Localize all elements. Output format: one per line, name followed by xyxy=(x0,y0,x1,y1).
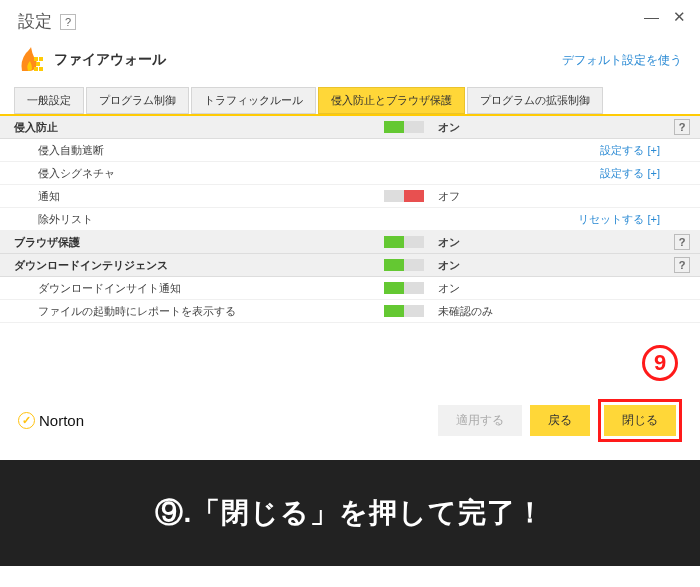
row-signatures: 侵入シグネチャ 設定する [+] xyxy=(0,162,700,185)
svg-rect-0 xyxy=(34,57,38,61)
status-text: オン xyxy=(424,235,666,250)
check-icon xyxy=(18,412,35,429)
help-icon[interactable]: ? xyxy=(674,119,690,135)
status-text: オン xyxy=(424,281,666,296)
toggle-download[interactable] xyxy=(384,259,424,271)
help-icon[interactable]: ? xyxy=(674,234,690,250)
close-button-highlight: 閉じる xyxy=(598,399,682,442)
toggle-notifications[interactable] xyxy=(384,190,424,202)
row-exclusions: 除外リスト リセットする [+] xyxy=(0,208,700,231)
row-label: 通知 xyxy=(14,189,374,204)
svg-rect-1 xyxy=(39,57,43,61)
help-icon[interactable]: ? xyxy=(674,257,690,273)
tab-general[interactable]: 一般設定 xyxy=(14,87,84,114)
tab-traffic-rules[interactable]: トラフィックルール xyxy=(191,87,316,114)
status-text: 未確認のみ xyxy=(424,304,666,319)
spacer xyxy=(0,323,700,383)
titlebar: 設定 ? — ✕ xyxy=(0,0,700,39)
section-intrusion: 侵入防止 オン ? xyxy=(0,116,700,139)
configure-link[interactable]: 設定する [+] xyxy=(600,166,666,181)
settings-list: 侵入防止 オン ? 侵入自動遮断 設定する [+] 侵入シグネチャ 設定する [… xyxy=(0,116,700,323)
row-label: 侵入自動遮断 xyxy=(14,143,374,158)
footer: 9 Norton 適用する 戻る 閉じる xyxy=(0,383,700,460)
reset-link[interactable]: リセットする [+] xyxy=(578,212,666,227)
brand-text: Norton xyxy=(39,412,84,429)
norton-logo: Norton xyxy=(18,412,84,429)
settings-window: 設定 ? — ✕ ファイアウォール デフォルト設定を使う 一般設定 プログラム制… xyxy=(0,0,700,460)
toggle-intrusion[interactable] xyxy=(384,121,424,133)
window-title: 設定 xyxy=(18,10,52,33)
firewall-icon xyxy=(18,47,44,73)
apply-button[interactable]: 適用する xyxy=(438,405,522,436)
row-label: ファイルの起動時にレポートを表示する xyxy=(14,304,374,319)
row-download-insight: ダウンロードインサイト通知 オン xyxy=(0,277,700,300)
status-text: オン xyxy=(424,120,666,135)
section-label: ブラウザ保護 xyxy=(14,235,374,250)
close-icon[interactable]: ✕ xyxy=(673,8,686,26)
row-auto-block: 侵入自動遮断 設定する [+] xyxy=(0,139,700,162)
section-title: ファイアウォール xyxy=(54,51,166,69)
close-button[interactable]: 閉じる xyxy=(604,405,676,436)
row-file-report: ファイルの起動時にレポートを表示する 未確認のみ xyxy=(0,300,700,323)
toggle-download-insight[interactable] xyxy=(384,282,424,294)
svg-rect-2 xyxy=(36,62,40,66)
help-icon[interactable]: ? xyxy=(60,14,76,30)
tab-bar: 一般設定 プログラム制御 トラフィックルール 侵入防止とブラウザ保護 プログラム… xyxy=(0,87,700,116)
configure-link[interactable]: 設定する [+] xyxy=(600,143,666,158)
toggle-browser[interactable] xyxy=(384,236,424,248)
tab-program-extended[interactable]: プログラムの拡張制御 xyxy=(467,87,603,114)
back-button[interactable]: 戻る xyxy=(530,405,590,436)
use-default-link[interactable]: デフォルト設定を使う xyxy=(562,52,682,69)
section-browser: ブラウザ保護 オン ? xyxy=(0,231,700,254)
svg-rect-4 xyxy=(39,67,43,71)
toggle-file-report[interactable] xyxy=(384,305,424,317)
subheader: ファイアウォール デフォルト設定を使う xyxy=(0,39,700,87)
minimize-icon[interactable]: — xyxy=(644,8,659,26)
status-text: オフ xyxy=(424,189,666,204)
tab-intrusion-browser[interactable]: 侵入防止とブラウザ保護 xyxy=(318,87,465,114)
row-notifications: 通知 オフ xyxy=(0,185,700,208)
instruction-caption: ⑨.「閉じる」を押して完了！ xyxy=(0,460,700,566)
tab-program-control[interactable]: プログラム制御 xyxy=(86,87,189,114)
section-label: ダウンロードインテリジェンス xyxy=(14,258,374,273)
svg-rect-3 xyxy=(34,67,38,71)
section-label: 侵入防止 xyxy=(14,120,374,135)
step-badge: 9 xyxy=(642,345,678,381)
status-text: オン xyxy=(424,258,666,273)
row-label: 除外リスト xyxy=(14,212,374,227)
row-label: ダウンロードインサイト通知 xyxy=(14,281,374,296)
row-label: 侵入シグネチャ xyxy=(14,166,374,181)
section-download: ダウンロードインテリジェンス オン ? xyxy=(0,254,700,277)
